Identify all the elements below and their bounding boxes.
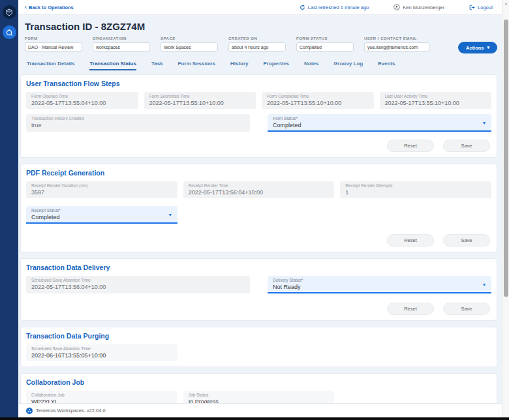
tab-bar: Transaction Details Transaction Status T… (27, 61, 497, 70)
selected-value: Completed (31, 214, 172, 220)
tab-notes[interactable]: Notes (304, 61, 318, 70)
user-email-input[interactable]: yue.liang@temenos.com (364, 42, 429, 52)
field-value: 3597 (31, 189, 172, 196)
reset-button[interactable]: Reset (387, 234, 434, 247)
header-field-form-status: FORM STATUS Completed (296, 37, 354, 52)
scrollbar-thumb[interactable] (504, 20, 508, 297)
header-field-user-email: USER / CONTACT EMAIL yue.liang@temenos.c… (364, 37, 429, 52)
window-bottom-edge (0, 417, 509, 420)
logout-label: Logout (478, 5, 493, 10)
field-label: FORM (25, 37, 82, 40)
form-input[interactable]: DAO - Manual Review (25, 42, 82, 52)
created-on-input[interactable]: about 4 hours ago (228, 42, 286, 52)
tab-history[interactable]: History (230, 61, 249, 70)
user-menu[interactable]: Ken Munzenberger (393, 4, 444, 10)
form-status-select[interactable]: Form Status* Completed ▾ (268, 114, 491, 132)
tab-events[interactable]: Events (378, 61, 395, 70)
delivery-status-select[interactable]: Delivery Status* Not Ready ▾ (268, 276, 491, 293)
field-label: SPACE (161, 37, 218, 40)
tab-form-sessions[interactable]: Form Sessions (178, 61, 215, 70)
footer: Temenos Workspaces. v22.04.0 (18, 403, 502, 417)
section-title: User Transaction Flow Steps (26, 80, 491, 87)
field-label: USER / CONTACT EMAIL (364, 37, 429, 40)
field-value: 2022-05-17T13:55:04+10:00 (31, 100, 133, 106)
selected-value: Not Ready (273, 284, 486, 290)
tab-properties[interactable]: Properties (264, 61, 290, 70)
refresh-label: Last refreshed 1 minute ago (308, 5, 369, 10)
tab-task[interactable]: Task (151, 61, 163, 70)
field-label: Last User Activity Time (385, 94, 487, 98)
field-label: Receipt Status* (31, 208, 172, 213)
field-label: CREATED ON (228, 37, 286, 40)
section-title: PDF Receipt Generation (26, 169, 491, 177)
section-user-transaction-flow-steps: User Transaction Flow Steps Form Opened … (20, 74, 497, 158)
field-label: Scheduled Save Abandon Time (31, 346, 172, 351)
logout-icon (469, 5, 475, 10)
section-title: Transaction Data Purging (26, 332, 491, 340)
actions-button-label: Actions (466, 45, 484, 51)
field-label: Scheduled Save Abandon Time (31, 278, 245, 282)
reset-button[interactable]: Reset (387, 303, 434, 315)
left-sidebar (0, 0, 18, 417)
header-fields-row: FORM DAO - Manual Review ORGANIZATION wo… (25, 37, 497, 53)
back-to-operations-link[interactable]: ‹ Back to Operations (25, 5, 74, 10)
save-button[interactable]: Save (443, 140, 490, 152)
dropdown-caret-icon: ▾ (483, 281, 486, 287)
receipt-status-select[interactable]: Receipt Status* Completed ▾ (26, 206, 177, 224)
refresh-status[interactable]: Last refreshed 1 minute ago (300, 5, 369, 10)
chevron-down-icon: ▾ (487, 45, 489, 50)
tab-transaction-details[interactable]: Transaction Details (27, 61, 74, 70)
page-content: Transaction ID - 8ZGZ74M FORM DAO - Manu… (18, 15, 502, 403)
app-window: ‹ Back to Operations Last refreshed 1 mi… (0, 0, 509, 417)
field-label: Receipt Render Time (189, 183, 330, 188)
dropdown-caret-icon: ▾ (169, 211, 172, 217)
tab-transaction-status[interactable]: Transaction Status (89, 61, 136, 70)
section-pdf-receipt-generation: PDF Receipt Generation Receipt Render Du… (20, 164, 497, 252)
field-value: 2022-05-17T13:55:10+10:00 (149, 100, 251, 106)
person-icon (393, 4, 400, 10)
section-collaboration-job: Collaboration Job Collaboration Job WP2Y… (20, 373, 497, 403)
collaboration-job-field: Collaboration Job WP2YLYL (26, 391, 177, 403)
transaction-history-created-field: Transaction History Created true (26, 114, 250, 132)
field-label: Receipt Render Attempts (345, 183, 486, 188)
field-label: Delivery Status* (273, 278, 486, 282)
app-logo[interactable] (3, 5, 16, 19)
operations-icon (5, 29, 13, 37)
field-label: Form Status* (273, 116, 486, 121)
form-status-input[interactable]: Completed (296, 42, 354, 52)
vertical-scrollbar[interactable]: ▲ (502, 0, 509, 417)
field-value: 2022-06-16T13:55:05+10:00 (31, 352, 172, 359)
scroll-up-icon[interactable]: ▲ (504, 1, 508, 6)
selected-value: Completed (273, 122, 486, 128)
field-label: Form Opened Time (31, 94, 133, 98)
save-button[interactable]: Save (443, 303, 490, 315)
topbar: ‹ Back to Operations Last refreshed 1 mi… (18, 0, 502, 15)
header-field-created-on: CREATED ON about 4 hours ago (228, 37, 286, 52)
section-transaction-data-purging: Transaction Data Purging Scheduled Save … (20, 327, 497, 367)
save-button[interactable]: Save (443, 234, 490, 247)
field-value: 2022-05-17T13:55:10+10:00 (267, 100, 369, 106)
space-input[interactable]: Work Spaces (161, 42, 218, 52)
tab-groovy-log[interactable]: Groovy Log (333, 61, 363, 70)
field-label: FORM STATUS (296, 37, 354, 40)
receipt-render-attempts-field: Receipt Render Attempts 1 (340, 181, 491, 198)
form-completed-time-field: Form Completed Time 2022-05-17T13:55:10+… (262, 92, 374, 109)
actions-button[interactable]: Actions ▾ (458, 42, 497, 53)
refresh-icon (300, 5, 305, 10)
field-label: Collaboration Job (31, 393, 172, 397)
footer-logo-icon (26, 408, 33, 414)
header-field-organization: ORGANIZATION workspaces (93, 37, 150, 52)
main-area: ‹ Back to Operations Last refreshed 1 mi… (18, 0, 502, 417)
reset-button[interactable]: Reset (387, 140, 434, 152)
job-status-field: Job Status In Progress (183, 391, 335, 403)
logout-button[interactable]: Logout (469, 5, 493, 10)
form-submitted-time-field: Form Submitted Time 2022-05-17T13:55:10+… (144, 92, 256, 109)
purge-scheduled-save-abandon-time-field: Scheduled Save Abandon Time 2022-06-16T1… (26, 344, 177, 361)
cube-icon (5, 8, 13, 16)
back-link-label: Back to Operations (29, 5, 74, 10)
scheduled-save-abandon-time-field: Scheduled Save Abandon Time 2022-05-17T1… (26, 276, 250, 293)
section-transaction-data-delivery: Transaction Data Delivery Scheduled Save… (20, 258, 497, 321)
organization-input[interactable]: workspaces (93, 42, 150, 52)
sidebar-item-operations[interactable] (3, 25, 16, 39)
form-opened-time-field: Form Opened Time 2022-05-17T13:55:04+10:… (26, 92, 138, 109)
